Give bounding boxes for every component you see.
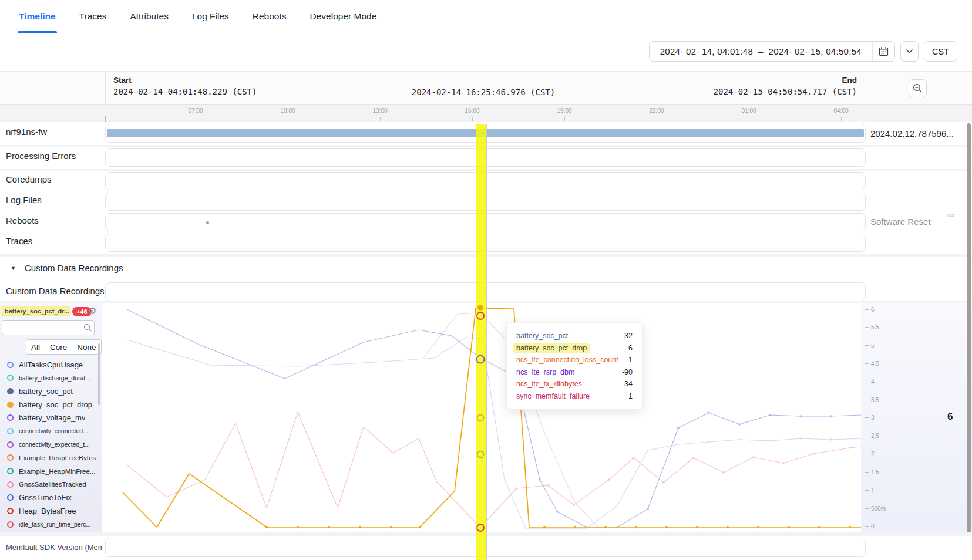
metric-dot [7, 441, 14, 448]
tab-developer-mode[interactable]: Developer Mode [309, 0, 378, 33]
selected-metric-chip[interactable]: battery_soc_pct_dr... [1, 306, 70, 316]
reboot-event-dot[interactable] [206, 221, 209, 224]
date-toolbar: 2024- 02- 14, 04:01:48 – 2024- 02- 15, 0… [649, 41, 957, 62]
tooltip-metric-name: battery_soc_pct_drop [513, 343, 590, 353]
tab-attributes[interactable]: Attributes [129, 0, 169, 33]
chart-y-axis-panel: 6 5.5 5 4.5 4 3.5 3 2.5 2 1.5 1 500m 0 6 [861, 303, 972, 532]
metric-item[interactable]: battery_soc_pct [0, 384, 100, 397]
timeline-header: Start 2024-02-14 04:01:48.229 (CST) 2024… [0, 71, 972, 104]
metric-name: Example_HeapMinFree... [19, 468, 95, 475]
time-tick: 22:00 [645, 107, 668, 114]
metric-item[interactable]: Heap_BytesFree [0, 505, 100, 518]
tab-reboots[interactable]: Reboots [251, 0, 288, 33]
device-timeline-page: Timeline Traces Attributes Log Files Reb… [0, 0, 972, 560]
tab-label: Log Files [192, 11, 229, 22]
metric-search [2, 320, 95, 335]
zoom-out-button[interactable] [909, 79, 927, 97]
metric-name: GnssSatellitesTracked [19, 481, 86, 488]
y-tick: 3.5 [871, 397, 879, 403]
metric-dot [7, 402, 14, 408]
metric-item[interactable]: battery_voltage_mv [0, 411, 100, 424]
range-start-label: Start [113, 76, 257, 85]
tooltip-row: ncs_lte_rsrp_dbm-90 [516, 366, 633, 379]
y-tick: 500m [871, 505, 886, 512]
metric-search-input[interactable] [2, 320, 95, 335]
header-divider-left [105, 72, 106, 105]
calendar-button[interactable] [872, 42, 894, 61]
metric-item[interactable]: GnssSatellitesTracked [0, 478, 100, 491]
metric-item[interactable]: Example_HeapMinFree... [0, 465, 100, 478]
cursor-value-label: 6 [947, 411, 953, 423]
tab-label: Traces [79, 11, 107, 22]
tab-label: Developer Mode [310, 11, 377, 22]
tooltip-row: ncs_lte_tx_kilobytes34 [516, 378, 633, 390]
date-range-text[interactable]: 2024- 02- 14, 04:01:48 – 2024- 02- 15, 0… [650, 42, 872, 61]
metric-name: GnssTimeToFix [19, 493, 72, 502]
calendar-icon [879, 46, 889, 56]
metric-item[interactable]: battery_soc_pct_drop [0, 398, 100, 411]
page-scrollbar[interactable] [967, 123, 971, 532]
range-center-datetime: 2024-02-14 16:25:46.976 (CST) [351, 87, 616, 97]
tooltip-metric-value: -90 [622, 368, 633, 376]
tooltip-metric-name: ncs_lte_connection_loss_count [516, 356, 618, 364]
metric-name: connectivity_connected... [19, 427, 88, 434]
metric-item[interactable]: idle_task_run_time_perc... [0, 518, 100, 531]
filter-none-button[interactable]: None [72, 339, 101, 355]
gear-icon[interactable]: ⚙ [88, 305, 96, 316]
tab-bar: Timeline Traces Attributes Log Files Reb… [0, 0, 972, 33]
y-tick: 1 [871, 487, 875, 494]
collapse-caret-icon[interactable]: ▼ [11, 265, 16, 271]
tab-traces[interactable]: Traces [78, 0, 108, 33]
locf-note: locf [947, 212, 954, 218]
tooltip-metric-name: ncs_lte_rsrp_dbm [516, 368, 574, 376]
y-tick: 4.5 [871, 360, 879, 367]
metric-dot [7, 388, 14, 394]
metric-item[interactable]: Example_HeapFreeBytes [0, 451, 100, 464]
tab-label: Reboots [253, 11, 287, 22]
metric-name: idle_task_run_time_perc... [19, 521, 91, 528]
time-tick: 13:00 [368, 107, 392, 114]
range-end-datetime: 2024-02-15 04:50:54.717 (CST) [714, 87, 857, 96]
tab-label: Attributes [130, 11, 168, 22]
metric-name: Heap_BytesFree [19, 507, 76, 515]
y-axis-ticks: 6 5.5 5 4.5 4 3.5 3 2.5 2 1.5 1 500m 0 [865, 306, 886, 529]
range-end-label: End [714, 76, 857, 85]
time-tick: 16:00 [460, 107, 484, 114]
metric-item[interactable]: AllTasksCpuUsage [0, 358, 100, 371]
tooltip-metric-value: 6 [628, 344, 633, 352]
tooltip-row: battery_soc_pct_drop6 [516, 342, 633, 355]
tooltip-metric-name: sync_memfault_failure [516, 392, 590, 400]
filter-all-button[interactable]: All [26, 339, 45, 355]
metric-list: AllTasksCpuUsage battery_discharge_durat… [0, 358, 100, 531]
tooltip-row: ncs_lte_connection_loss_count1 [516, 354, 633, 366]
metric-item[interactable]: GnssTimeToFix [0, 491, 100, 504]
metric-dot [7, 362, 14, 368]
tooltip-row: sync_memfault_failure1 [516, 390, 633, 403]
timeline-cursor-band [476, 124, 486, 560]
metric-name: battery_soc_pct_drop [19, 400, 92, 409]
tab-timeline[interactable]: Timeline [18, 0, 57, 33]
metric-item[interactable]: battery_discharge_durat... [0, 372, 100, 384]
timezone-button[interactable]: CST [924, 41, 957, 62]
time-tick: 07:00 [184, 107, 207, 114]
metric-item[interactable]: connectivity_connected... [0, 424, 100, 437]
metric-name: battery_voltage_mv [19, 413, 85, 422]
row-label-memfault-sdk-version: Memfault SDK Version (Memfaul... [6, 543, 103, 552]
metric-dot [7, 414, 14, 421]
time-tick: 01:00 [737, 107, 761, 114]
date-range-dropdown-button[interactable] [900, 41, 919, 62]
time-tick: 19:00 [553, 107, 576, 114]
zoom-out-icon [913, 83, 923, 93]
date-range-input[interactable]: 2024- 02- 14, 04:01:48 – 2024- 02- 15, 0… [649, 41, 895, 62]
legend-scrollbar[interactable] [98, 343, 100, 405]
metric-dot [7, 468, 14, 474]
row-label-processing-errors: Processing Errors [6, 151, 76, 161]
date-range-dash: – [758, 46, 764, 56]
range-start-datetime: 2024-02-14 04:01:48.229 (CST) [113, 87, 257, 96]
metric-item[interactable]: connectivity_expected_t... [0, 438, 100, 451]
tab-log-files[interactable]: Log Files [191, 0, 230, 33]
filter-core-button[interactable]: Core [45, 339, 72, 355]
date-range-separator [753, 46, 758, 56]
metric-dot [7, 521, 14, 528]
metric-dot [7, 454, 14, 461]
